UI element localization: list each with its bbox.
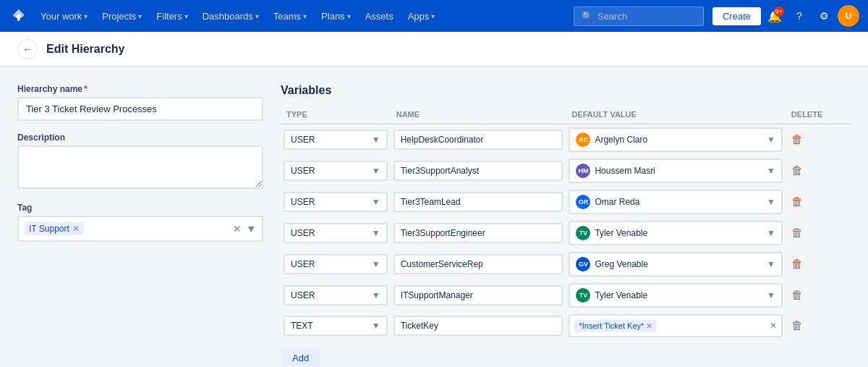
row-4-type-cell: USER ▼: [281, 249, 391, 280]
trash-icon: 🗑: [791, 133, 803, 146]
hierarchy-name-group: Hierarchy name *: [17, 84, 263, 121]
user-avatar-5: TV: [576, 288, 590, 303]
nav-plans[interactable]: Plans ▾: [315, 8, 357, 25]
row-6-name-cell: [391, 311, 566, 341]
description-input[interactable]: [17, 145, 263, 189]
name-input-4[interactable]: [393, 254, 563, 274]
nav-projects[interactable]: Projects ▾: [96, 8, 148, 25]
col-header-type: Type: [281, 106, 391, 124]
default-select-2[interactable]: OR Omar Reda ▼: [569, 190, 782, 214]
tag-chip-remove-button[interactable]: ✕: [72, 224, 80, 234]
user-avatar-0: AC: [576, 132, 590, 147]
type-select-3[interactable]: USER ▼: [284, 223, 388, 243]
type-select-5[interactable]: USER ▼: [284, 285, 388, 305]
row-0-default-cell: AC Argelyn Claro ▼: [566, 124, 785, 156]
user-name-4: Greg Venable: [595, 259, 647, 269]
row-6-type-cell: TEXT ▼: [281, 311, 391, 341]
default-select-1[interactable]: HM Houssem Masri ▼: [569, 159, 782, 183]
row-1-type-cell: USER ▼: [281, 156, 391, 187]
name-input-5[interactable]: [393, 285, 563, 305]
type-label: USER: [291, 259, 315, 269]
chevron-icon: ▾: [184, 12, 188, 20]
type-select-6[interactable]: TEXT ▼: [284, 316, 388, 336]
delete-row-button-6[interactable]: 🗑: [788, 316, 806, 335]
search-box[interactable]: 🔍 Search: [574, 7, 704, 26]
row-0-name-cell: [391, 124, 566, 156]
nav-your-work[interactable]: Your work ▾: [35, 8, 93, 25]
type-select-4[interactable]: USER ▼: [284, 254, 388, 274]
delete-row-button-3[interactable]: 🗑: [788, 224, 806, 242]
tag-clear-button[interactable]: ✕: [233, 223, 242, 235]
trash-icon: 🗑: [791, 319, 803, 332]
text-chip-remove-6[interactable]: ✕: [646, 321, 652, 331]
name-input-6[interactable]: [393, 316, 563, 336]
hierarchy-name-input[interactable]: [17, 97, 263, 121]
default-open-icon-2: ▼: [767, 197, 775, 207]
default-open-icon-4: ▼: [767, 259, 775, 269]
nav-dashboards[interactable]: Dashboards ▾: [197, 8, 265, 25]
jira-logo[interactable]: [9, 6, 29, 26]
type-select-2[interactable]: USER ▼: [284, 192, 388, 212]
notifications-button[interactable]: 🔔 9+: [764, 5, 786, 27]
default-select-3[interactable]: TV Tyler Venable ▼: [569, 221, 782, 245]
name-input-1[interactable]: [393, 161, 563, 181]
row-3-default-cell: TV Tyler Venable ▼: [566, 218, 785, 249]
default-select-5[interactable]: TV Tyler Venable ▼: [569, 283, 782, 308]
back-icon: ←: [22, 43, 33, 55]
delete-row-button-5[interactable]: 🗑: [788, 286, 806, 305]
row-3-type-cell: USER ▼: [281, 218, 391, 249]
default-select-4[interactable]: GV Greg Venable ▼: [569, 252, 782, 277]
delete-row-button-4[interactable]: 🗑: [788, 255, 806, 274]
type-label: USER: [291, 197, 315, 207]
back-button[interactable]: ←: [17, 39, 38, 59]
nav-filters[interactable]: Filters ▾: [150, 8, 193, 25]
text-clear-btn-6[interactable]: ✕: [770, 321, 777, 331]
nav-assets[interactable]: Assets: [359, 8, 399, 25]
type-open-icon: ▼: [372, 259, 380, 269]
table-row: USER ▼ OR Omar Reda ▼ 🗑: [281, 187, 851, 218]
delete-row-button-2[interactable]: 🗑: [788, 193, 806, 211]
chevron-icon: ▾: [431, 12, 435, 20]
content-area: Hierarchy name * Description Tag IT Supp…: [0, 67, 868, 367]
name-input-0[interactable]: [393, 130, 563, 150]
default-text-field-6[interactable]: *Insert Ticket Key* ✕ ✕: [569, 314, 782, 337]
help-icon: ?: [796, 10, 802, 22]
type-open-icon: ▼: [372, 321, 380, 331]
trash-icon: 🗑: [791, 227, 803, 240]
settings-button[interactable]: ⚙: [813, 5, 835, 27]
user-name-3: Tyler Venable: [595, 228, 647, 238]
add-variable-button[interactable]: Add: [281, 348, 320, 367]
row-4-delete-cell: 🗑: [786, 249, 851, 280]
name-input-3[interactable]: [393, 223, 563, 243]
type-select-1[interactable]: USER ▼: [284, 161, 388, 181]
description-group: Description: [17, 132, 263, 191]
user-name-2: Omar Reda: [595, 197, 639, 207]
tag-chip-it-support: IT Support ✕: [25, 222, 84, 235]
user-avatar-3: TV: [576, 226, 590, 240]
help-button[interactable]: ?: [788, 5, 810, 27]
nav-teams[interactable]: Teams ▾: [268, 8, 312, 25]
tag-input-field[interactable]: IT Support ✕ ✕ ▼: [17, 216, 263, 242]
name-input-2[interactable]: [393, 192, 563, 212]
chevron-icon: ▾: [303, 12, 307, 20]
type-open-icon: ▼: [372, 166, 380, 176]
delete-row-button-0[interactable]: 🗑: [788, 130, 806, 149]
notification-badge: 9+: [774, 7, 784, 17]
default-select-0[interactable]: AC Argelyn Claro ▼: [569, 127, 782, 152]
trash-icon: 🗑: [791, 258, 803, 271]
row-5-default-cell: TV Tyler Venable ▼: [566, 280, 785, 311]
user-name-5: Tyler Venable: [595, 290, 647, 300]
type-select-0[interactable]: USER ▼: [284, 130, 388, 150]
table-row: USER ▼ TV Tyler Venable ▼ 🗑: [281, 218, 851, 249]
delete-row-button-1[interactable]: 🗑: [788, 161, 806, 180]
chevron-icon: ▾: [347, 12, 351, 20]
tag-label: Tag: [17, 203, 263, 213]
type-label: USER: [291, 228, 315, 238]
default-open-icon-5: ▼: [767, 290, 775, 300]
tag-dropdown-button[interactable]: ▼: [246, 223, 256, 235]
type-open-icon: ▼: [372, 290, 380, 300]
user-avatar-button[interactable]: U: [838, 5, 859, 27]
create-button[interactable]: Create: [712, 7, 761, 25]
nav-apps[interactable]: Apps ▾: [402, 8, 441, 25]
settings-icon: ⚙: [820, 10, 829, 22]
